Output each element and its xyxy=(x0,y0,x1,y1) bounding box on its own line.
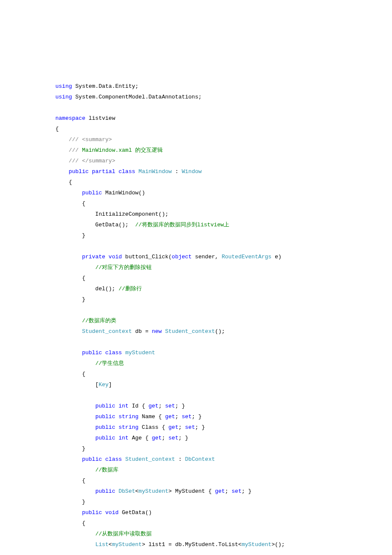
code-line: } xyxy=(55,230,337,241)
code-token: set xyxy=(165,403,175,409)
code-token xyxy=(122,456,125,462)
code-line: //对应下方的删除按钮 xyxy=(55,262,337,273)
code-token: private xyxy=(82,254,105,260)
code-token: /// xyxy=(69,136,78,143)
code-token: : xyxy=(172,168,182,175)
code-line: [Key] xyxy=(55,379,337,390)
code-token xyxy=(102,456,105,462)
code-token: ; xyxy=(175,413,182,420)
code-line: { xyxy=(55,369,337,379)
code-token xyxy=(55,350,82,356)
code-line: using System.Data.Entity; xyxy=(55,81,337,92)
code-token: { xyxy=(55,179,72,185)
code-token: set xyxy=(168,435,178,441)
code-line xyxy=(55,305,337,315)
code-line: public MainWindow() xyxy=(55,188,337,198)
code-token: ; xyxy=(159,403,165,409)
code-token: public xyxy=(82,456,102,462)
code-token: ; } xyxy=(242,488,251,494)
code-token: : xyxy=(175,456,185,462)
code-token: GetData() xyxy=(118,509,152,516)
code-token: //数据库 xyxy=(95,467,119,473)
code-line: Student_context db = new Student_context… xyxy=(55,326,337,337)
code-token: Age { xyxy=(129,435,152,441)
code-token xyxy=(55,168,69,175)
code-token: </summary> xyxy=(82,158,115,164)
code-token: class xyxy=(105,350,122,356)
code-token: partial xyxy=(92,168,115,175)
code-token: using xyxy=(55,83,72,90)
code-token: >(); xyxy=(271,541,285,548)
code-token xyxy=(55,509,82,516)
code-token: ; xyxy=(162,435,169,441)
code-line: del(); //删除行 xyxy=(55,283,337,294)
code-token: public xyxy=(95,488,115,494)
code-token: < xyxy=(109,541,112,548)
code-token: listview xyxy=(85,115,115,121)
code-token: public xyxy=(82,190,102,196)
code-token: using xyxy=(55,94,72,100)
code-line: List<myStudent> list1 = db.MyStudent.ToL… xyxy=(55,539,337,550)
code-line: namespace listview xyxy=(55,113,337,124)
code-token: DbSet xyxy=(118,488,135,494)
code-token: button1_Click( xyxy=(122,254,172,260)
code-token: /// xyxy=(69,147,78,153)
code-token: public xyxy=(95,403,115,409)
code-token: List xyxy=(95,541,109,548)
code-line: public int Age { get; set; } xyxy=(55,433,337,443)
code-token xyxy=(55,360,95,367)
code-token xyxy=(89,168,92,175)
code-token xyxy=(55,264,95,271)
code-token xyxy=(55,531,95,537)
code-token: > MyStudent { xyxy=(168,488,215,494)
code-token: Student_context xyxy=(165,328,215,335)
code-token: { xyxy=(55,200,85,207)
code-token xyxy=(122,350,125,356)
code-token xyxy=(55,136,69,143)
code-line: { xyxy=(55,518,337,529)
code-token: public xyxy=(82,509,102,516)
code-token: > list1 = db.MyStudent.ToList< xyxy=(142,541,242,548)
code-token: MainWindow() xyxy=(102,190,145,196)
code-token: set xyxy=(232,488,242,494)
code-line: public class Student_context : DbContext xyxy=(55,454,337,465)
code-line xyxy=(55,390,337,401)
code-line: { xyxy=(55,273,337,283)
code-token: < xyxy=(135,488,138,494)
code-token: set xyxy=(185,424,195,431)
code-token: int xyxy=(118,403,128,409)
code-token: { xyxy=(55,126,59,132)
code-token: //学生信息 xyxy=(95,360,124,367)
code-token: System.Data.Entity; xyxy=(72,83,138,90)
code-token: Class { xyxy=(138,424,168,431)
code-token xyxy=(55,424,95,431)
code-token xyxy=(55,403,95,409)
code-line: //数据库的类 xyxy=(55,315,337,326)
code-token xyxy=(55,328,82,335)
code-token xyxy=(105,254,109,260)
code-token: e) xyxy=(271,254,281,260)
code-token: { xyxy=(55,477,85,484)
code-token: Student_context xyxy=(125,456,175,462)
code-token: public xyxy=(95,413,115,420)
code-token: { xyxy=(55,520,85,526)
code-line xyxy=(55,337,337,347)
code-token: /// xyxy=(69,158,78,164)
code-token xyxy=(55,435,95,441)
code-token: <summary> xyxy=(82,136,112,143)
code-token: [ xyxy=(55,382,98,388)
code-token: public xyxy=(82,350,102,356)
code-token: System.ComponentModel.DataAnnotations; xyxy=(72,94,202,100)
code-line: /// MainWindow.xaml 的交互逻辑 xyxy=(55,145,337,156)
code-line: { xyxy=(55,198,337,209)
code-token: GetData(); xyxy=(55,222,135,228)
code-line: //数据库 xyxy=(55,465,337,475)
code-token xyxy=(55,190,82,196)
code-token: MainWindow xyxy=(138,168,172,175)
code-line: public string Class { get; set; } xyxy=(55,422,337,433)
code-token: get xyxy=(215,488,225,494)
code-token: ; xyxy=(225,488,232,494)
code-line: /// <summary> xyxy=(55,134,337,145)
code-token: DbContext xyxy=(185,456,215,462)
code-token: //从数据库中读取数据 xyxy=(95,531,152,537)
